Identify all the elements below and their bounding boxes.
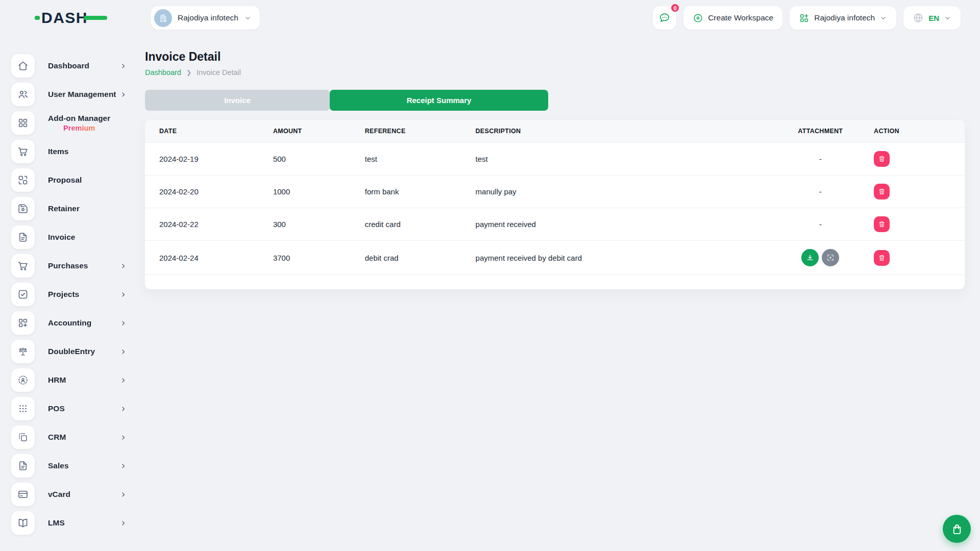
workspace-switcher[interactable]: Rajodiya infotech [151,6,260,30]
company-name: Rajodiya infotech [814,13,875,22]
cell-description: payment received by debit card [471,241,772,275]
table-row: 2024-02-24 3700 debit crad payment recei… [145,241,965,275]
sidebar-item-accounting[interactable]: Accounting [11,311,145,335]
delete-button[interactable] [874,184,890,199]
notification-badge: 0 [670,3,680,13]
cell-reference: credit card [360,208,471,241]
company-dropdown[interactable]: Rajodiya infotech [790,6,896,30]
workspace-name: Rajodiya infotech [178,13,238,22]
breadcrumb-dashboard-link[interactable]: Dashboard [145,68,181,77]
cell-amount: 500 [268,143,360,176]
cell-date: 2024-02-19 [145,143,268,176]
chevron-down-icon [944,14,951,22]
sidebar-item-crm[interactable]: CRM [11,425,145,449]
breadcrumb: Dashboard ❯ Invoice Detail [145,68,965,77]
workspace-avatar [154,9,172,27]
premium-badge: Premium [63,124,95,132]
dots-grid-icon [11,397,35,420]
download-attachment-button[interactable] [801,249,819,266]
cell-reference: debit crad [360,241,471,275]
breadcrumb-separator: ❯ [186,69,191,76]
sidebar-item-proposal[interactable]: Proposal [11,168,145,192]
language-code: EN [928,14,939,22]
globe-icon [913,12,924,23]
language-selector[interactable]: EN [903,6,961,30]
chevron-right-icon [120,520,127,527]
column-header-description: DESCRIPTION [471,120,772,143]
buy-addon-fab[interactable] [943,515,971,543]
sidebar-item-lms[interactable]: LMS [11,511,145,535]
cell-date: 2024-02-24 [145,241,268,275]
page-title: Invoice Detail [145,50,965,64]
cell-action [869,241,965,275]
cell-description: test [471,143,772,176]
sidebar-item-sales[interactable]: Sales [11,454,145,478]
sidebar-item-invoice[interactable]: Invoice [11,226,145,249]
chevron-right-icon [120,463,127,469]
logo-dash [84,16,107,20]
tab-receipt-summary[interactable]: Receipt Summary [330,90,548,111]
top-header: DASH Rajodiya infotech 0 Create Workspac… [0,0,980,36]
sidebar: Dashboard User Management Add-on Manager… [0,36,145,551]
column-header-amount: AMOUNT [268,120,360,143]
tab-invoice[interactable]: Invoice [145,90,330,111]
cell-action [869,143,965,176]
preview-icon [826,253,835,262]
grid-icon [11,111,35,135]
chevron-right-icon [120,320,127,327]
circle-plus-icon [693,13,703,23]
preview-attachment-button[interactable] [822,249,839,266]
create-workspace-label: Create Workspace [708,13,773,22]
logo-dot [35,16,40,20]
chevron-right-icon [120,263,127,269]
swap-squares-icon [11,168,35,192]
logo: DASH [0,9,145,27]
column-header-reference: REFERENCE [360,120,471,143]
chevron-right-icon [120,434,127,441]
trash-icon [877,187,886,196]
column-header-date: DATE [145,120,268,143]
chevron-right-icon [120,291,127,298]
sidebar-item-retainer[interactable]: Retainer [11,197,145,220]
sidebar-item-purchases[interactable]: Purchases [11,254,145,278]
main-content: Invoice Detail Dashboard ❯ Invoice Detai… [145,36,980,289]
cell-reference: form bank [360,176,471,208]
sidebar-item-projects[interactable]: Projects [11,283,145,306]
sidebar-item-hrm[interactable]: HRM [11,368,145,392]
trash-icon [877,155,886,163]
sidebar-item-dashboard[interactable]: Dashboard [11,54,145,78]
shopping-bag-icon [950,522,964,536]
cell-amount: 3700 [268,241,360,275]
logo-text: DASH [41,9,88,27]
delete-button[interactable] [874,151,890,167]
sidebar-item-pos[interactable]: POS [11,397,145,420]
credit-card-icon [11,483,35,506]
cell-description: manully pay [471,176,772,208]
download-icon [805,253,815,262]
sidebar-item-doubleentry[interactable]: DoubleEntry [11,340,145,363]
delete-button[interactable] [874,216,890,232]
grid-plus-icon [11,311,35,335]
sidebar-item-vcard[interactable]: vCard [11,483,145,506]
create-workspace-button[interactable]: Create Workspace [683,6,782,30]
cell-reference: test [360,143,471,176]
chevron-right-icon [120,377,127,384]
chevron-right-icon [120,491,127,498]
messages-button[interactable]: 0 [653,6,676,30]
cell-attachment: - [772,176,869,208]
cart-icon [11,140,35,163]
chevron-right-icon [120,63,127,69]
cell-attachment: - [772,143,869,176]
delete-button[interactable] [874,250,890,266]
table-row: 2024-02-22 300 credit card payment recei… [145,208,965,241]
sidebar-item-items[interactable]: Items [11,140,145,163]
sidebar-item-addon-manager[interactable]: Add-on Manager Premium [11,111,145,135]
cart-icon [11,254,35,278]
cell-description: payment received [471,208,772,241]
trash-icon [877,220,886,229]
home-icon [11,54,35,78]
person-focus-icon [11,368,35,392]
file-icon [11,454,35,478]
sidebar-item-user-management[interactable]: User Management [11,83,145,106]
chevron-right-icon [120,406,127,412]
